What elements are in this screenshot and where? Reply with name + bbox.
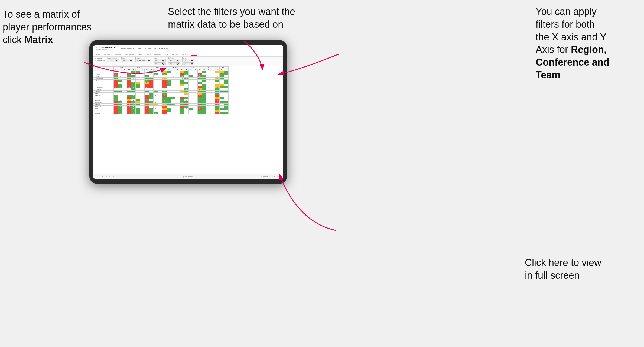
matrix-cell bbox=[206, 73, 211, 75]
matrix-cell bbox=[220, 82, 224, 84]
matrix-cell bbox=[211, 91, 215, 93]
matrix-cell bbox=[202, 110, 206, 112]
matrix-cell bbox=[184, 95, 188, 97]
matrix-cell bbox=[153, 75, 158, 78]
matrix-cell: 1 bbox=[202, 99, 206, 101]
tab-summary[interactable]: Summary bbox=[103, 53, 112, 56]
nav-committee[interactable]: COMMITTEE bbox=[145, 47, 156, 49]
matrix-cell bbox=[158, 108, 162, 110]
matrix-cell bbox=[131, 97, 136, 99]
redo-button[interactable]: ↪ bbox=[99, 176, 101, 178]
screen-button[interactable]: ⛶ bbox=[269, 176, 272, 178]
filter-region: Region N/A N/A bbox=[154, 57, 166, 65]
region-select1[interactable]: N/A bbox=[154, 59, 166, 62]
matrix-cell: -7 bbox=[162, 99, 167, 101]
toolbar-icon4[interactable]: ⊙ bbox=[112, 176, 114, 178]
matrix-cell bbox=[149, 112, 153, 114]
matrix-cell bbox=[122, 80, 127, 82]
matrix-cell bbox=[153, 91, 158, 93]
matrix-cell bbox=[215, 73, 219, 75]
view-original-button[interactable]: ▣ View: Original bbox=[182, 176, 193, 178]
tab-matrix-active[interactable]: Matrix bbox=[191, 53, 197, 56]
matrix-cell bbox=[211, 97, 215, 99]
radio-full-view[interactable]: ●Full View bbox=[95, 57, 105, 59]
nav-tournaments[interactable]: TOURNAMENTS bbox=[120, 47, 134, 49]
tab-bar: Teams Summary H2H Grid H2H Heatmap Matri… bbox=[93, 52, 283, 57]
conference-select1[interactable]: (All) bbox=[168, 59, 180, 62]
matrix-cell bbox=[171, 93, 175, 95]
matrix-cell bbox=[197, 80, 202, 82]
sh-w4: W bbox=[167, 69, 171, 71]
watch-button[interactable]: 👁 Watch ▾ bbox=[261, 176, 268, 178]
sh-w2: W bbox=[131, 69, 136, 71]
tab-h2hth[interactable]: H2HTh... bbox=[181, 53, 189, 56]
tab-detail[interactable]: Detail bbox=[164, 53, 169, 56]
matrix-col-mlasasso: 5. M La Sasso bbox=[184, 67, 202, 69]
table-row: 13. J Skov Olesen11-315122-113 bbox=[93, 97, 229, 99]
matrix-cell bbox=[211, 108, 215, 110]
matrix-cell bbox=[153, 99, 158, 101]
matrix-cell: 1 bbox=[118, 82, 122, 84]
matrix-cell bbox=[215, 108, 219, 110]
matrix-cell: 1 bbox=[184, 78, 188, 80]
players-select1[interactable]: (All) bbox=[182, 59, 194, 62]
sh-dif6: Dif bbox=[215, 69, 219, 71]
table-row: 2. L Clanton216113622422 bbox=[93, 73, 229, 75]
matrix-cell bbox=[184, 71, 188, 73]
radio-compact-view[interactable]: ○Compact View bbox=[95, 59, 105, 61]
matrix-cell: 1 bbox=[113, 106, 118, 108]
nav-rankings[interactable]: RANKINGS bbox=[159, 47, 168, 49]
matrix-cell: 3 bbox=[136, 112, 140, 114]
matrix-cell bbox=[140, 80, 144, 82]
matrix-cell: -11 bbox=[144, 112, 149, 114]
matrix-cell: 1 bbox=[215, 91, 219, 93]
matrix-cell bbox=[127, 110, 131, 112]
undo-button[interactable]: ↩ bbox=[95, 176, 97, 178]
region-select2[interactable]: N/A bbox=[154, 62, 166, 65]
matrix-cell bbox=[215, 93, 219, 95]
options-button[interactable]: ⚙ bbox=[273, 176, 275, 178]
table-row: 10. B Valdes11111111111111 bbox=[93, 91, 229, 93]
tab-players[interactable]: Players bbox=[145, 53, 151, 56]
sh-l2: L bbox=[136, 69, 140, 71]
division-select[interactable]: NCAA Division I bbox=[135, 59, 151, 62]
tab-h2h-grid[interactable]: H2H Grid bbox=[114, 53, 122, 56]
matrix-cell: 1 bbox=[131, 106, 136, 108]
matrix-cell: 2 bbox=[144, 75, 149, 78]
tab-h2h-heatmap[interactable]: H2H Heatmap bbox=[124, 53, 135, 56]
nav-teams[interactable]: TEAMS bbox=[136, 47, 142, 49]
matrix-cell bbox=[122, 93, 127, 95]
matrix-cell: 1 bbox=[149, 93, 153, 95]
matrix-cell bbox=[206, 82, 211, 84]
matrix-cell bbox=[162, 101, 167, 104]
toolbar-right: 👁 Watch ▾ ⛶ ⚙ Share bbox=[261, 176, 281, 178]
matrix-cell bbox=[122, 108, 127, 110]
matrix-cell bbox=[127, 112, 131, 114]
matrix-cell: 1 bbox=[153, 73, 158, 75]
matrix-cell bbox=[215, 97, 219, 99]
tab-teams[interactable]: Teams bbox=[95, 53, 101, 56]
conference-select2[interactable]: (All) bbox=[168, 62, 180, 65]
matrix-cell bbox=[211, 84, 215, 86]
matrix-cell bbox=[184, 75, 188, 78]
matrix-area[interactable]: 1. W Ding 2. L Clanton 3. J Koivun 4. M … bbox=[93, 66, 283, 179]
gender-select[interactable]: Men's bbox=[121, 59, 133, 62]
tab-matrix[interactable]: Matrix bbox=[137, 53, 143, 56]
toolbar-icon3[interactable]: □+ bbox=[108, 176, 111, 178]
matrix-cell bbox=[215, 95, 219, 97]
matrix-cell bbox=[193, 108, 197, 110]
matrix-cell bbox=[171, 88, 175, 91]
tab-h2h-grid2[interactable]: H2H Grid bbox=[171, 53, 179, 56]
tab-summary2[interactable]: Summary bbox=[154, 53, 162, 56]
matrix-cell: 1 bbox=[171, 75, 175, 78]
matrix-cell: 2 bbox=[113, 84, 118, 86]
share-button[interactable]: Share bbox=[276, 176, 281, 178]
players-select2[interactable]: (All) bbox=[182, 62, 194, 65]
matrix-cell bbox=[175, 112, 180, 114]
toolbar-icon2[interactable]: ⊕ bbox=[105, 176, 107, 178]
toolbar-icon1[interactable]: ⟳ bbox=[102, 176, 104, 178]
matrix-cell: 4 bbox=[224, 108, 228, 110]
matrix-cell bbox=[171, 91, 175, 93]
max-players-select[interactable]: Top 25 bbox=[107, 59, 119, 62]
matrix-cell: 3 bbox=[215, 75, 219, 78]
